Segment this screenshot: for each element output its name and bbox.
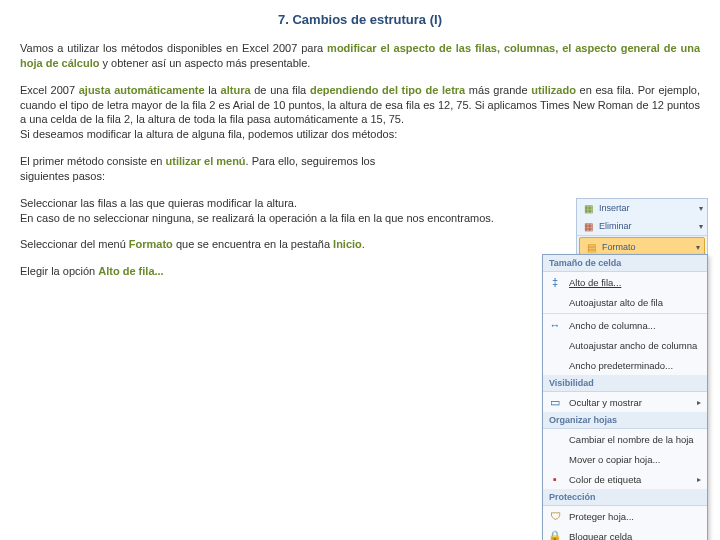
ribbon-cells-group: ▦ Insertar ▾ ▦ Eliminar ▾ ▤ Formato ▾ [576, 198, 708, 259]
text: de una fila [251, 84, 310, 96]
text-emph: utilizado [531, 84, 576, 96]
blank-icon [547, 295, 563, 309]
format-cells-icon: ▤ [584, 240, 598, 254]
hide-show-icon: ▭ [547, 395, 563, 409]
dropdown-arrow-icon: ▾ [699, 222, 703, 231]
blank-icon [547, 452, 563, 466]
text-emph: Inicio [333, 238, 362, 250]
menu-label: Autoajustar alto de fila [569, 297, 663, 308]
text: Seleccionar del menú [20, 238, 129, 250]
menu-label: Ancho predeterminado... [569, 360, 673, 371]
text: Elegir la opción [20, 265, 98, 277]
text: Vamos a utilizar los métodos disponibles… [20, 42, 327, 54]
text-emph: ajusta automáticamente [79, 84, 209, 96]
ribbon-label: Insertar [599, 203, 630, 213]
formato-dropdown-menu: Tamaño de celda ‡ Alto de fila... Autoaj… [542, 254, 708, 540]
section-header-visibilidad: Visibilidad [543, 375, 707, 392]
menu-renombrar-hoja[interactable]: Cambiar el nombre de la hoja [543, 429, 707, 449]
blank-icon [547, 432, 563, 446]
blank-icon [547, 358, 563, 372]
page-title: 7. Cambios de estrutura (I) [0, 0, 720, 33]
menu-label: Color de etiqueta [569, 474, 641, 485]
dropdown-arrow-icon: ▾ [696, 243, 700, 252]
delete-cells-icon: ▦ [581, 219, 595, 233]
color-tab-icon: ▪ [547, 472, 563, 486]
menu-color-etiqueta[interactable]: ▪ Color de etiqueta ▸ [543, 469, 707, 489]
submenu-arrow-icon: ▸ [697, 475, 701, 484]
menu-mover-copiar[interactable]: Mover o copiar hoja... [543, 449, 707, 469]
text: En caso de no seleccionar ninguna, se re… [20, 212, 494, 224]
text: y obtener así un aspecto más presentable… [99, 57, 310, 69]
paragraph-step-formato: Seleccionar del menú Formato que se encu… [20, 237, 390, 252]
ribbon-eliminar-button[interactable]: ▦ Eliminar ▾ [577, 217, 707, 235]
section-header-proteccion: Protección [543, 489, 707, 506]
text: más grande [465, 84, 531, 96]
lock-cell-icon: 🔒 [547, 529, 563, 540]
menu-ancho-predeterminado[interactable]: Ancho predeterminado... [543, 355, 707, 375]
menu-label: Proteger hoja... [569, 511, 634, 522]
paragraph-step-select: Seleccionar las filas a las que quieras … [20, 196, 550, 226]
ribbon-label: Formato [602, 242, 636, 252]
section-header-organizar: Organizar hojas [543, 412, 707, 429]
menu-proteger-hoja[interactable]: 🛡 Proteger hoja... [543, 506, 707, 526]
menu-autoajustar-alto[interactable]: Autoajustar alto de fila [543, 292, 707, 312]
paragraph-autoheight: Excel 2007 ajusta automáticamente la alt… [20, 83, 700, 142]
text: Si deseamos modificar la altura de algun… [20, 128, 397, 140]
text-emph: utilizar el menú [166, 155, 246, 167]
paragraph-intro: Vamos a utilizar los métodos disponibles… [20, 41, 700, 71]
menu-label: Bloquear celda [569, 531, 632, 541]
text: la [208, 84, 220, 96]
row-height-icon: ‡ [547, 275, 563, 289]
paragraph-method1: El primer método consiste en utilizar el… [20, 154, 415, 184]
ribbon-insertar-button[interactable]: ▦ Insertar ▾ [577, 199, 707, 217]
menu-label: Ancho de columna... [569, 320, 656, 331]
dropdown-arrow-icon: ▾ [699, 204, 703, 213]
menu-autoajustar-ancho[interactable]: Autoajustar ancho de columna [543, 335, 707, 355]
text: . [362, 238, 365, 250]
text: El primer método consiste en [20, 155, 166, 167]
menu-label: Alto de fila... [569, 277, 621, 288]
blank-icon [547, 338, 563, 352]
text-emph: dependiendo del tipo de letra [310, 84, 465, 96]
menu-label: Ocultar y mostrar [569, 397, 642, 408]
menu-alto-fila[interactable]: ‡ Alto de fila... [543, 272, 707, 292]
text-emph: Alto de fila... [98, 265, 163, 277]
text-emph: altura [221, 84, 251, 96]
text: Excel 2007 [20, 84, 79, 96]
menu-ancho-columna[interactable]: ↔ Ancho de columna... [543, 315, 707, 335]
menu-ocultar-mostrar[interactable]: ▭ Ocultar y mostrar ▸ [543, 392, 707, 412]
text-emph: Formato [129, 238, 173, 250]
menu-label: Mover o copiar hoja... [569, 454, 660, 465]
separator [543, 313, 707, 314]
ribbon-label: Eliminar [599, 221, 632, 231]
protect-sheet-icon: 🛡 [547, 509, 563, 523]
menu-label: Autoajustar ancho de columna [569, 340, 697, 351]
column-width-icon: ↔ [547, 318, 563, 332]
text: que se encuentra en la pestaña [173, 238, 333, 250]
separator [577, 235, 707, 236]
submenu-arrow-icon: ▸ [697, 398, 701, 407]
menu-label: Cambiar el nombre de la hoja [569, 434, 694, 445]
menu-bloquear-celda[interactable]: 🔒 Bloquear celda [543, 526, 707, 540]
insert-cells-icon: ▦ [581, 201, 595, 215]
section-header-tamano: Tamaño de celda [543, 255, 707, 272]
text: Seleccionar las filas a las que quieras … [20, 197, 297, 209]
